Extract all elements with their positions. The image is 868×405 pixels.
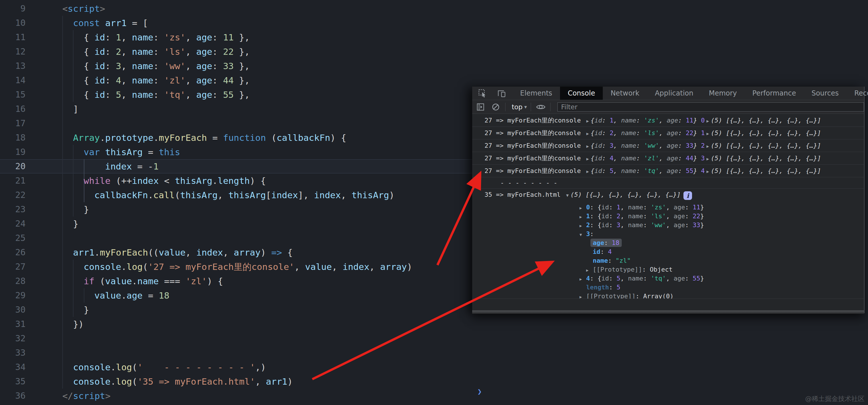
console-toolbar: top ▼ [472, 100, 864, 114]
line-number[interactable]: 12 [0, 44, 26, 59]
line-number[interactable]: 14 [0, 73, 26, 88]
console-separator-row: - - - - - - - - [472, 177, 864, 189]
expand-triangle-icon[interactable]: ▶ [585, 144, 591, 149]
editor-line-11[interactable]: 11{ id: 1, name: 'zs', age: 11 }, [0, 30, 868, 44]
info-icon[interactable]: i [683, 191, 692, 200]
code-text: console.log(' - - - - - - - - ',) [73, 360, 266, 374]
line-number[interactable]: 36 [0, 389, 26, 403]
expand-triangle-icon[interactable]: ▶ [705, 169, 711, 174]
inspect-element-icon[interactable] [477, 88, 488, 99]
context-selector[interactable]: top [512, 103, 523, 111]
code-text: </body> [52, 403, 89, 405]
code-text: arr1.myForEach((value, index, array) => … [73, 245, 292, 260]
clear-console-icon[interactable] [490, 101, 501, 113]
expand-triangle-icon[interactable]: ▼ [580, 229, 586, 241]
line-number[interactable]: 21 [0, 173, 26, 188]
live-expression-eye-icon[interactable] [535, 101, 546, 113]
filter-input[interactable] [557, 102, 864, 111]
line-number[interactable]: 16 [0, 102, 26, 116]
line-number[interactable]: 26 [0, 245, 26, 260]
expand-triangle-icon[interactable]: ▶ [705, 156, 711, 162]
line-number[interactable]: 31 [0, 317, 26, 331]
editor-line-33[interactable]: 33 [0, 346, 868, 360]
tab-performance[interactable]: Performance [745, 87, 804, 100]
editor-line-9[interactable]: 9<script> [0, 1, 868, 16]
chevron-down-icon[interactable]: ▼ [524, 104, 527, 109]
editor-line-14[interactable]: 14{ id: 4, name: 'zl', age: 44 }, [0, 73, 868, 88]
code-text: value.age = 18 [94, 288, 169, 303]
console-log-row: 27 => myForEach里的console ▶{id: 1, name: … [472, 114, 864, 127]
line-number[interactable]: 19 [0, 145, 26, 159]
code-text: </script> [62, 389, 111, 403]
expand-triangle-icon[interactable]: ▶ [585, 169, 591, 174]
line-number[interactable]: 9 [0, 1, 26, 16]
editor-line-13[interactable]: 13{ id: 3, name: 'ww', age: 33 }, [0, 59, 868, 73]
tab-memory[interactable]: Memory [701, 87, 745, 100]
line-number[interactable]: 34 [0, 360, 26, 374]
device-toolbar-icon[interactable] [496, 88, 507, 99]
tab-sources[interactable]: Sources [804, 87, 846, 100]
line-number[interactable]: 15 [0, 88, 26, 102]
editor-line-31[interactable]: 31}) [0, 317, 868, 331]
line-number[interactable]: 27 [0, 260, 26, 274]
tab-elements[interactable]: Elements [513, 87, 560, 100]
tree-row[interactable]: ▶[[Prototype]]: Array(0) [580, 290, 674, 299]
line-number[interactable]: 25 [0, 231, 26, 245]
console-log-row: 27 => myForEach里的console ▶{id: 5, name: … [472, 165, 864, 177]
editor-line-34[interactable]: 34console.log(' - - - - - - - - ',) [0, 360, 868, 374]
console-log-row: 27 => myForEach里的console ▶{id: 3, name: … [472, 139, 864, 152]
expand-triangle-icon[interactable]: ▶ [585, 119, 591, 124]
devtools-panel: ElementsConsoleNetworkApplicationMemoryP… [472, 87, 865, 313]
line-number[interactable]: 23 [0, 202, 26, 216]
expand-triangle-icon[interactable]: ▶ [705, 144, 711, 149]
collapse-triangle-icon[interactable]: ▼ [564, 193, 570, 198]
line-number[interactable]: 18 [0, 131, 26, 145]
line-number[interactable]: 28 [0, 274, 26, 288]
code-text: while (++index < thisArg.length) { [84, 173, 266, 188]
line-number[interactable]: 29 [0, 288, 26, 303]
devtools-bottom-edge [472, 310, 864, 314]
editor-line-37[interactable]: 37</body> [0, 403, 868, 405]
console-prompt-chevron[interactable]: ❯ [477, 387, 482, 396]
tab-recorder[interactable]: Recorder [846, 87, 868, 100]
line-number[interactable]: 10 [0, 16, 26, 30]
tab-network[interactable]: Network [603, 87, 647, 100]
line-number[interactable]: 30 [0, 303, 26, 317]
line-number[interactable]: 11 [0, 30, 26, 44]
code-text: { id: 4, name: 'zl', age: 44 }, [84, 73, 250, 88]
tab-console[interactable]: Console [560, 87, 603, 100]
editor-line-36[interactable]: 36</script> [0, 389, 868, 403]
editor-line-10[interactable]: 10const arr1 = [ [0, 16, 868, 30]
code-text: const arr1 = [ [73, 16, 148, 30]
line-number[interactable]: 24 [0, 216, 26, 231]
line-number[interactable]: 22 [0, 188, 26, 202]
console-sidebar-icon[interactable] [475, 101, 486, 113]
line-number[interactable]: 32 [0, 331, 26, 346]
code-text: } [73, 216, 79, 231]
code-text: }) [73, 317, 84, 331]
code-text: Array.prototype.myForEach = function (ca… [73, 131, 346, 145]
line-number[interactable]: 20 [0, 159, 26, 173]
line-number[interactable]: 17 [0, 116, 26, 131]
tree-row[interactable]: ▶2: {id: 3, name: 'ww', age: 33} [580, 219, 704, 232]
tab-application[interactable]: Application [647, 87, 701, 100]
code-text: } [84, 202, 89, 216]
expand-triangle-icon[interactable]: ▶ [585, 131, 591, 136]
expand-triangle-icon[interactable]: ▶ [585, 156, 591, 162]
code-text: console.log('35 => myForEach.html', arr1… [73, 374, 292, 389]
editor-line-32[interactable]: 32 [0, 331, 868, 346]
code-text: <script> [62, 1, 105, 16]
line-number[interactable]: 13 [0, 59, 26, 73]
line-number[interactable]: 37 [0, 403, 26, 405]
line-number[interactable]: 35 [0, 374, 26, 389]
expand-triangle-icon[interactable]: ▶ [705, 119, 711, 124]
code-text: console.log('27 => myForEach里的console', … [84, 260, 412, 274]
expand-triangle-icon[interactable]: ▶ [705, 131, 711, 136]
console-log-row: 27 => myForEach里的console ▶{id: 4, name: … [472, 152, 864, 165]
editor-line-12[interactable]: 12{ id: 2, name: 'ls', age: 22 }, [0, 44, 868, 59]
code-text: { id: 3, name: 'ww', age: 33 }, [84, 59, 250, 73]
line-number[interactable]: 33 [0, 346, 26, 360]
code-text: ] [73, 102, 79, 116]
expand-triangle-icon[interactable]: ▶ [580, 291, 586, 299]
editor-line-35[interactable]: 35console.log('35 => myForEach.html', ar… [0, 374, 868, 389]
